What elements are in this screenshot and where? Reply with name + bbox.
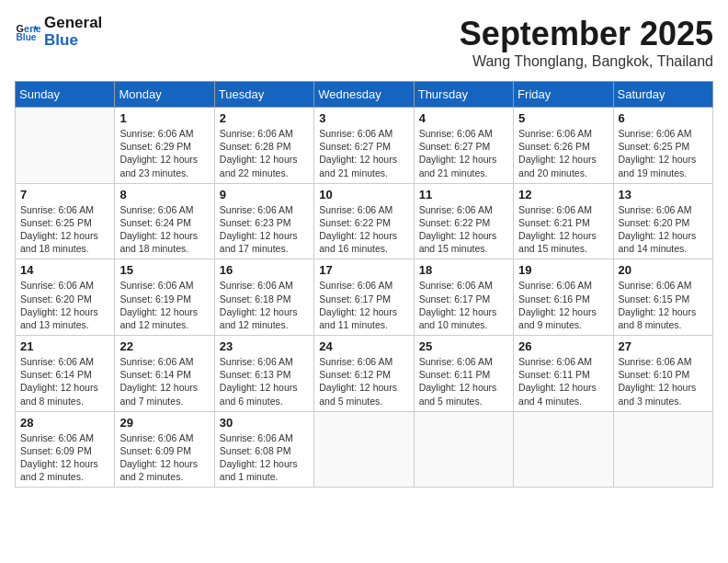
day-number: 5	[518, 111, 608, 125]
day-info: Sunrise: 6:06 AM Sunset: 6:20 PM Dayligh…	[20, 279, 109, 331]
calendar-cell: 1Sunrise: 6:06 AM Sunset: 6:29 PM Daylig…	[115, 108, 214, 184]
calendar-cell	[514, 411, 613, 488]
day-info: Sunrise: 6:06 AM Sunset: 6:20 PM Dayligh…	[619, 203, 708, 256]
calendar-cell: 3Sunrise: 6:06 AM Sunset: 6:27 PM Daylig…	[314, 108, 414, 184]
day-number: 6	[619, 111, 708, 125]
calendar-cell: 22Sunrise: 6:06 AM Sunset: 6:14 PM Dayli…	[115, 336, 214, 412]
svg-text:Blue: Blue	[17, 32, 37, 42]
day-info: Sunrise: 6:06 AM Sunset: 6:23 PM Dayligh…	[220, 203, 309, 256]
day-info: Sunrise: 6:06 AM Sunset: 6:22 PM Dayligh…	[419, 203, 508, 256]
location: Wang Thonglang, Bangkok, Thailand	[460, 53, 713, 70]
calendar-cell: 20Sunrise: 6:06 AM Sunset: 6:15 PM Dayli…	[613, 259, 712, 336]
day-number: 14	[20, 263, 109, 277]
day-number: 24	[319, 339, 408, 353]
day-info: Sunrise: 6:06 AM Sunset: 6:17 PM Dayligh…	[419, 279, 508, 331]
calendar-cell: 27Sunrise: 6:06 AM Sunset: 6:10 PM Dayli…	[613, 336, 712, 412]
calendar-cell: 4Sunrise: 6:06 AM Sunset: 6:27 PM Daylig…	[414, 108, 513, 184]
calendar-cell: 10Sunrise: 6:06 AM Sunset: 6:22 PM Dayli…	[314, 183, 414, 259]
day-number: 23	[220, 339, 309, 353]
day-info: Sunrise: 6:06 AM Sunset: 6:27 PM Dayligh…	[319, 127, 408, 179]
day-number: 9	[220, 188, 309, 201]
day-number: 25	[419, 339, 508, 353]
day-info: Sunrise: 6:06 AM Sunset: 6:11 PM Dayligh…	[518, 355, 608, 408]
day-number: 7	[20, 188, 109, 201]
logo: G eneral Blue General Blue	[15, 15, 102, 49]
day-number: 19	[518, 263, 608, 277]
day-info: Sunrise: 6:06 AM Sunset: 6:25 PM Dayligh…	[20, 203, 109, 256]
day-number: 8	[119, 188, 209, 201]
weekday-header-tuesday: Tuesday	[214, 82, 313, 108]
weekday-header-saturday: Saturday	[613, 82, 712, 108]
calendar-week-3: 14Sunrise: 6:06 AM Sunset: 6:20 PM Dayli…	[16, 259, 713, 336]
day-number: 15	[119, 263, 209, 277]
day-number: 28	[20, 416, 109, 430]
day-number: 18	[419, 263, 508, 277]
weekday-header-thursday: Thursday	[414, 82, 513, 108]
calendar-cell: 15Sunrise: 6:06 AM Sunset: 6:19 PM Dayli…	[115, 259, 214, 336]
day-info: Sunrise: 6:06 AM Sunset: 6:11 PM Dayligh…	[419, 355, 508, 408]
logo-general: General	[44, 15, 102, 32]
day-info: Sunrise: 6:06 AM Sunset: 6:27 PM Dayligh…	[419, 127, 508, 179]
weekday-header-wednesday: Wednesday	[314, 82, 414, 108]
page-header: G eneral Blue General Blue September 202…	[15, 15, 713, 70]
day-info: Sunrise: 6:06 AM Sunset: 6:17 PM Dayligh…	[319, 279, 408, 331]
day-number: 4	[419, 111, 508, 125]
day-number: 10	[319, 188, 408, 201]
day-info: Sunrise: 6:06 AM Sunset: 6:26 PM Dayligh…	[518, 127, 608, 179]
calendar-cell: 11Sunrise: 6:06 AM Sunset: 6:22 PM Dayli…	[414, 183, 513, 259]
day-number: 16	[220, 263, 309, 277]
day-info: Sunrise: 6:06 AM Sunset: 6:24 PM Dayligh…	[119, 203, 209, 256]
title-block: September 2025 Wang Thonglang, Bangkok, …	[460, 15, 713, 70]
day-info: Sunrise: 6:06 AM Sunset: 6:18 PM Dayligh…	[220, 279, 309, 331]
calendar-cell: 19Sunrise: 6:06 AM Sunset: 6:16 PM Dayli…	[514, 259, 613, 336]
calendar-cell: 7Sunrise: 6:06 AM Sunset: 6:25 PM Daylig…	[16, 183, 115, 259]
day-info: Sunrise: 6:06 AM Sunset: 6:19 PM Dayligh…	[119, 279, 209, 331]
calendar-cell: 30Sunrise: 6:06 AM Sunset: 6:08 PM Dayli…	[214, 411, 313, 488]
calendar-cell: 18Sunrise: 6:06 AM Sunset: 6:17 PM Dayli…	[414, 259, 513, 336]
weekday-header-sunday: Sunday	[16, 82, 115, 108]
month-title: September 2025	[460, 15, 713, 53]
calendar-cell: 13Sunrise: 6:06 AM Sunset: 6:20 PM Dayli…	[613, 183, 712, 259]
logo-icon: G eneral Blue	[15, 19, 40, 45]
day-number: 11	[419, 188, 508, 201]
calendar-cell: 17Sunrise: 6:06 AM Sunset: 6:17 PM Dayli…	[314, 259, 414, 336]
calendar-cell	[314, 411, 414, 488]
calendar-cell	[16, 108, 115, 184]
day-info: Sunrise: 6:06 AM Sunset: 6:09 PM Dayligh…	[20, 431, 109, 484]
day-info: Sunrise: 6:06 AM Sunset: 6:29 PM Dayligh…	[119, 127, 209, 179]
calendar-cell: 14Sunrise: 6:06 AM Sunset: 6:20 PM Dayli…	[16, 259, 115, 336]
calendar-cell: 29Sunrise: 6:06 AM Sunset: 6:09 PM Dayli…	[115, 411, 214, 488]
day-number: 13	[619, 188, 708, 201]
day-info: Sunrise: 6:06 AM Sunset: 6:09 PM Dayligh…	[119, 431, 209, 484]
day-info: Sunrise: 6:06 AM Sunset: 6:08 PM Dayligh…	[220, 431, 309, 484]
day-info: Sunrise: 6:06 AM Sunset: 6:25 PM Dayligh…	[619, 127, 708, 179]
day-number: 22	[119, 339, 209, 353]
weekday-header-friday: Friday	[514, 82, 613, 108]
day-number: 3	[319, 111, 408, 125]
calendar-cell: 6Sunrise: 6:06 AM Sunset: 6:25 PM Daylig…	[613, 108, 712, 184]
calendar-cell: 28Sunrise: 6:06 AM Sunset: 6:09 PM Dayli…	[16, 411, 115, 488]
day-number: 12	[518, 188, 608, 201]
day-info: Sunrise: 6:06 AM Sunset: 6:10 PM Dayligh…	[619, 355, 708, 408]
calendar-table: SundayMondayTuesdayWednesdayThursdayFrid…	[15, 81, 713, 488]
calendar-cell	[613, 411, 712, 488]
day-number: 17	[319, 263, 408, 277]
calendar-cell: 2Sunrise: 6:06 AM Sunset: 6:28 PM Daylig…	[214, 108, 313, 184]
day-number: 30	[220, 416, 309, 430]
calendar-cell: 9Sunrise: 6:06 AM Sunset: 6:23 PM Daylig…	[214, 183, 313, 259]
calendar-week-1: 1Sunrise: 6:06 AM Sunset: 6:29 PM Daylig…	[16, 108, 713, 184]
calendar-cell: 21Sunrise: 6:06 AM Sunset: 6:14 PM Dayli…	[16, 336, 115, 412]
calendar-cell: 12Sunrise: 6:06 AM Sunset: 6:21 PM Dayli…	[514, 183, 613, 259]
calendar-cell: 23Sunrise: 6:06 AM Sunset: 6:13 PM Dayli…	[214, 336, 313, 412]
calendar-cell: 26Sunrise: 6:06 AM Sunset: 6:11 PM Dayli…	[514, 336, 613, 412]
day-info: Sunrise: 6:06 AM Sunset: 6:14 PM Dayligh…	[119, 355, 209, 408]
weekday-header-row: SundayMondayTuesdayWednesdayThursdayFrid…	[16, 82, 713, 108]
day-info: Sunrise: 6:06 AM Sunset: 6:13 PM Dayligh…	[220, 355, 309, 408]
day-info: Sunrise: 6:06 AM Sunset: 6:15 PM Dayligh…	[619, 279, 708, 331]
calendar-cell: 5Sunrise: 6:06 AM Sunset: 6:26 PM Daylig…	[514, 108, 613, 184]
calendar-week-2: 7Sunrise: 6:06 AM Sunset: 6:25 PM Daylig…	[16, 183, 713, 259]
logo-blue: Blue	[44, 32, 102, 50]
calendar-cell: 24Sunrise: 6:06 AM Sunset: 6:12 PM Dayli…	[314, 336, 414, 412]
day-number: 20	[619, 263, 708, 277]
day-info: Sunrise: 6:06 AM Sunset: 6:12 PM Dayligh…	[319, 355, 408, 408]
